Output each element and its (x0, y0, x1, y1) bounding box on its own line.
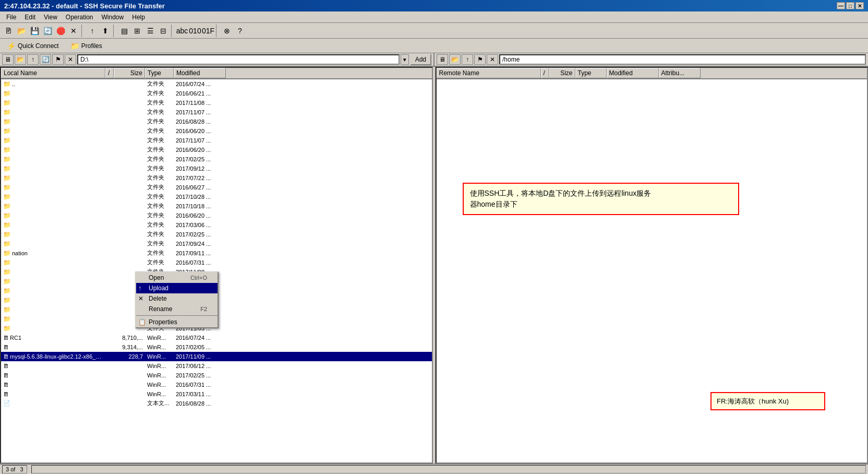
table-row[interactable]: 🖹RC1 8,710,... WinR... 2016/07/24 ... (1, 333, 432, 342)
table-row[interactable]: 📄 文本文... 2016/08/28 ... (1, 399, 432, 408)
callout-line1: 使用SSH工具，将本地D盘下的文件上传到远程linux服务 (470, 188, 732, 199)
tb-num-btn[interactable]: 010 (189, 25, 201, 37)
table-row[interactable]: 📁 文件夹 2017/02/25 ... (1, 155, 432, 164)
col-local-modified[interactable]: Modified (174, 68, 226, 78)
left-path-bookmark[interactable]: ⚑ (52, 54, 64, 65)
title-text: 2:47.104.23.32 - default - SSH Secure Fi… (4, 2, 837, 10)
tb-cols-btn[interactable]: ▤ (118, 25, 130, 37)
ctx-rename[interactable]: Rename F2 (136, 304, 218, 314)
col-local-size[interactable]: Size (114, 68, 145, 78)
tb-hex-btn[interactable]: 01F (202, 25, 214, 37)
maximize-button[interactable]: □ (846, 2, 854, 9)
window-controls: — □ ✕ (837, 2, 864, 9)
right-path-close[interactable]: ✕ (487, 54, 498, 65)
left-path-input[interactable]: D:\ (77, 54, 400, 65)
tb-save-btn[interactable]: 💾 (28, 25, 41, 37)
col-remote-modified[interactable]: Modified (607, 68, 659, 78)
right-path-section: 🖥 📂 ↑ ⚑ ✕ (435, 53, 868, 66)
table-row[interactable]: 📁 文件夹 2016/06/20 ... (1, 145, 432, 155)
table-row[interactable]: 📁 文件夹 2016/08/28 ... (1, 117, 432, 126)
left-file-list[interactable]: 📁.. 文件夹 2016/07/24 ... 📁 文件夹 2016/06/21 … (1, 79, 432, 463)
col-remote-size[interactable]: Size (549, 68, 575, 78)
table-row[interactable]: 📁.. 文件夹 2016/07/24 ... (1, 79, 432, 89)
toolbar: 🖹 📂 💾 🔄 🛑 ✕ ↑ ⬆ ▤ ⊞ ☰ ⊟ abc 010 01F ⊗ ? (0, 23, 868, 39)
table-row[interactable]: 📁 文件夹 2017/10/18 ... (1, 202, 432, 211)
col-remote-name[interactable]: Remote Name (437, 68, 541, 78)
left-path-close[interactable]: ✕ (65, 54, 76, 65)
ctx-delete-label: Delete (149, 295, 167, 302)
tb-refresh-btn[interactable]: 🔄 (41, 25, 54, 37)
table-row[interactable]: 📁 文件夹 2016/06/20 ... (1, 211, 432, 220)
quick-connect-label: Quick Connect (18, 42, 59, 50)
menu-operation[interactable]: Operation (62, 13, 98, 22)
menu-bar: File Edit View Operation Window Help (0, 11, 868, 23)
tb-cols3-btn[interactable]: ☰ (144, 25, 156, 37)
table-row[interactable]: 🖹 9,314,... WinR... 2017/02/05 ... (1, 342, 432, 352)
col-remote-sep[interactable]: / (541, 68, 549, 78)
table-row[interactable]: 📁 文件夹 2017/11/07 ... (1, 136, 432, 145)
quick-connect-button[interactable]: ⚡ Quick Connect (2, 40, 64, 52)
col-local-type[interactable]: Type (145, 68, 174, 78)
tb-sep-3 (171, 25, 174, 37)
table-row[interactable]: 📁 文件夹 2017/09/12 ... (1, 164, 432, 173)
menu-file[interactable]: File (2, 13, 20, 22)
table-row[interactable]: 🖹 WinR... 2017/02/25 ... (1, 371, 432, 380)
table-row[interactable]: 📁 文件夹 2017/03/06 ... (1, 220, 432, 230)
col-remote-type[interactable]: Type (575, 68, 607, 78)
tb-open-btn[interactable]: 📂 (15, 25, 28, 37)
left-path-icon2[interactable]: 📂 (15, 54, 26, 65)
right-path-input[interactable] (499, 54, 866, 65)
table-row[interactable]: 📁 文件夹 2017/02/25 ... (1, 230, 432, 239)
tb-up-btn[interactable]: ↑ (86, 25, 99, 37)
menu-help[interactable]: Help (128, 13, 149, 22)
tb-cols4-btn[interactable]: ⊟ (157, 25, 170, 37)
table-row[interactable]: 📁 文件夹 2016/06/27 ... (1, 183, 432, 192)
left-path-icon3[interactable]: ↑ (27, 54, 39, 65)
menu-view[interactable]: View (40, 13, 62, 22)
col-local-name[interactable]: Local Name (1, 68, 105, 78)
tb-stop-btn[interactable]: 🛑 (54, 25, 67, 37)
menu-edit[interactable]: Edit (20, 13, 40, 22)
table-row[interactable]: 📁 文件夹 2017/10/28 ... (1, 192, 432, 202)
tb-cols2-btn[interactable]: ⊞ (131, 25, 143, 37)
table-row[interactable]: 📁 文件夹 2017/07/22 ... (1, 173, 432, 183)
table-row[interactable]: 🖹 WinR... 2017/06/12 ... (1, 361, 432, 371)
minimize-button[interactable]: — (837, 2, 845, 9)
left-path-refresh[interactable]: 🔄 (40, 54, 51, 65)
table-row[interactable]: 📁 文件夹 2017/11/08 ... (1, 98, 432, 108)
table-row[interactable]: 📁 文件夹 2017/11/07 ... (1, 108, 432, 117)
tb-help-btn[interactable]: ? (234, 25, 246, 37)
tb-delete-btn[interactable]: ✕ (67, 25, 80, 37)
table-row-selected[interactable]: 🖹mysql-5.6.38-linux-glibc2.12-x86_64.ta.… (1, 352, 432, 361)
left-path-icon1[interactable]: 🖥 (2, 54, 14, 65)
col-remote-attrib[interactable]: Attribu... (659, 68, 701, 78)
tb-abc-btn[interactable]: abc (176, 25, 188, 37)
table-row[interactable]: 📁 文件夹 2016/06/21 ... (1, 89, 432, 98)
right-path-refresh[interactable]: ↑ (462, 54, 473, 65)
tb-up2-btn[interactable]: ⬆ (99, 25, 112, 37)
col-local-sep[interactable]: / (105, 68, 114, 78)
ctx-open[interactable]: Open Ctrl+O (136, 272, 218, 283)
tb-new-btn[interactable]: 🖹 (2, 25, 15, 37)
right-path-bookmark[interactable]: ⚑ (474, 54, 486, 65)
profiles-button[interactable]: 📁 Profiles (66, 40, 107, 52)
left-path-dropdown[interactable]: ▼ (401, 54, 409, 65)
ctx-rename-label: Rename (149, 305, 172, 313)
table-row[interactable]: 🖹 WinR... 2016/07/31 ... (1, 380, 432, 389)
add-button[interactable]: Add (410, 54, 431, 65)
menu-window[interactable]: Window (98, 13, 128, 22)
right-path-icon1[interactable]: 🖥 (437, 54, 448, 65)
ctx-open-label: Open (149, 274, 164, 281)
table-row[interactable]: 🖹 WinR... 2017/03/11 ... (1, 389, 432, 399)
table-row[interactable]: 📁 文件夹 2016/07/31 ... (1, 258, 432, 267)
right-path-icon2[interactable]: 📂 (449, 54, 461, 65)
ctx-properties-label: Properties (149, 318, 177, 326)
close-button[interactable]: ✕ (855, 2, 864, 9)
table-row[interactable]: 📁nation 文件夹 2017/09/11 ... (1, 248, 432, 258)
ctx-properties[interactable]: 📋 Properties (136, 317, 218, 327)
tb-cancel-btn[interactable]: ⊗ (221, 25, 233, 37)
ctx-upload[interactable]: ↑ Upload (136, 283, 218, 293)
table-row[interactable]: 📁 文件夹 2017/09/24 ... (1, 239, 432, 248)
ctx-delete[interactable]: ✕ Delete (136, 293, 218, 304)
table-row[interactable]: 📁 文件夹 2016/06/20 ... (1, 126, 432, 136)
